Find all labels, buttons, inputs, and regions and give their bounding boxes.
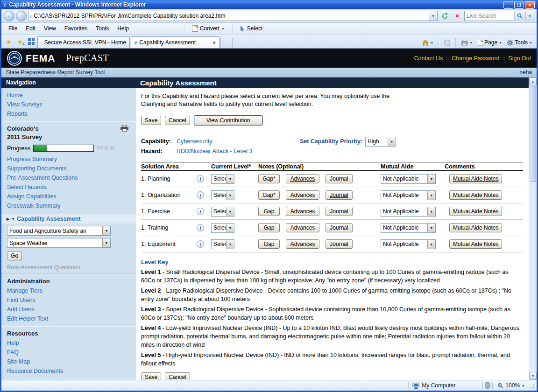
advances-button[interactable]: Advances bbox=[286, 223, 319, 232]
sidebar-item-reports[interactable]: Reports bbox=[7, 109, 130, 119]
priority-select[interactable]: High ▼ bbox=[365, 137, 396, 147]
mutual-aide-select[interactable]: Not Applicable▼ bbox=[381, 223, 436, 233]
mutual-aide-notes-button[interactable]: Mutual Aide Notes bbox=[449, 239, 502, 249]
sidebar-item-help[interactable]: Help bbox=[7, 338, 130, 348]
tab-capability-assessment[interactable]: e Capability Assessment × bbox=[131, 36, 219, 48]
feeds-button[interactable] bbox=[442, 38, 453, 47]
print-button[interactable]: ▼ bbox=[459, 38, 475, 47]
home-button[interactable]: ▼ bbox=[420, 38, 436, 47]
sidebar-item-supporting-documents[interactable]: Supporting Documents bbox=[7, 164, 130, 173]
new-tab-stub[interactable] bbox=[220, 38, 233, 48]
journal-button[interactable]: Journal bbox=[326, 190, 353, 200]
advances-button[interactable]: Advances bbox=[286, 190, 319, 200]
minimize-button[interactable]: _ bbox=[503, 1, 513, 9]
mutual-aide-select[interactable]: Not Applicable▼ bbox=[381, 239, 436, 249]
journal-button[interactable]: Journal bbox=[326, 174, 353, 183]
sidebar-item-add-users[interactable]: Add Users bbox=[7, 305, 130, 314]
hazard-value-link[interactable]: RDD/Nuclear Attack - Level 3 bbox=[177, 147, 253, 156]
menu-favorites[interactable]: Favorites bbox=[60, 24, 92, 33]
printer-icon[interactable] bbox=[120, 125, 128, 132]
address-field[interactable]: e ▼ bbox=[28, 11, 438, 21]
resize-grip[interactable] bbox=[529, 382, 535, 389]
contact-us-link[interactable]: Contact Us bbox=[414, 55, 443, 62]
search-input[interactable] bbox=[465, 13, 514, 19]
tools-button[interactable]: Tools ▼ bbox=[505, 38, 535, 47]
refresh-icon[interactable] bbox=[439, 11, 450, 21]
gap-button[interactable]: Gap bbox=[258, 207, 280, 216]
zoom-control[interactable]: 100% ▼ bbox=[495, 382, 528, 389]
forward-button[interactable]: → bbox=[16, 11, 27, 21]
gap-button[interactable]: Gap* bbox=[258, 190, 280, 200]
gap-button[interactable]: Gap bbox=[258, 239, 280, 249]
cancel-button[interactable]: Cancel bbox=[165, 116, 190, 125]
change-password-link[interactable]: Change Password bbox=[452, 55, 499, 62]
journal-button[interactable]: Journal bbox=[326, 223, 353, 232]
back-button[interactable]: ← bbox=[4, 11, 14, 21]
gap-button[interactable]: Gap* bbox=[258, 174, 280, 183]
save-button-bottom[interactable]: Save bbox=[141, 372, 161, 380]
search-dropdown-icon[interactable]: ▼ bbox=[525, 11, 534, 21]
capability-select-2[interactable]: Space Weather ▼ bbox=[7, 238, 111, 248]
menu-view[interactable]: View bbox=[40, 24, 60, 33]
advances-button[interactable]: Advances bbox=[286, 207, 319, 216]
favorites-star-icon[interactable]: ★ bbox=[3, 36, 14, 47]
capability-value-link[interactable]: Cybersecurity bbox=[177, 137, 212, 146]
search-icon[interactable] bbox=[514, 11, 525, 21]
info-icon[interactable]: i bbox=[197, 175, 204, 182]
gap-button[interactable]: Gap bbox=[258, 223, 280, 232]
mutual-aide-notes-button[interactable]: Mutual Aide Notes bbox=[449, 174, 502, 183]
sidebar-item-edit-helper-text[interactable]: Edit Helper Text bbox=[7, 314, 130, 323]
sidebar-item-capability-assessment[interactable]: ▶ ▼ Capability Assessment bbox=[1, 214, 136, 224]
cancel-button-bottom[interactable]: Cancel bbox=[165, 372, 190, 380]
mutual-aide-select[interactable]: Not Applicable▼ bbox=[381, 190, 436, 200]
quick-tabs-icon[interactable] bbox=[26, 36, 37, 47]
current-level-select[interactable]: Select▼ bbox=[211, 207, 234, 217]
mutual-aide-select[interactable]: Not Applicable▼ bbox=[381, 207, 436, 217]
menu-help[interactable]: Help bbox=[113, 24, 133, 33]
save-button[interactable]: Save bbox=[141, 116, 161, 125]
scrollbar-thumb[interactable] bbox=[530, 86, 536, 182]
sidebar-item-site-map[interactable]: Site Map bbox=[7, 357, 130, 366]
info-icon[interactable]: i bbox=[197, 191, 204, 199]
advances-button[interactable]: Advances bbox=[286, 174, 319, 183]
mutual-aide-notes-button[interactable]: Mutual Aide Notes bbox=[449, 223, 502, 232]
current-level-select[interactable]: Select▼ bbox=[211, 190, 234, 200]
close-button[interactable]: × bbox=[525, 1, 535, 9]
mutual-aide-notes-button[interactable]: Mutual Aide Notes bbox=[449, 207, 502, 216]
sidebar-item-crosswalk-summary[interactable]: Crosswalk Summary bbox=[7, 201, 130, 210]
capability-select-1[interactable]: Food and Agriculture Safety an ▼ bbox=[7, 226, 111, 236]
info-icon[interactable]: i bbox=[197, 224, 204, 231]
sidebar-item-home[interactable]: Home bbox=[7, 91, 130, 100]
sign-out-link[interactable]: Sign Out bbox=[508, 55, 531, 62]
address-input[interactable] bbox=[32, 13, 429, 19]
info-icon[interactable]: i bbox=[197, 240, 204, 248]
sidebar-item-resource-documents[interactable]: Resource Documents bbox=[7, 366, 130, 376]
advances-button[interactable]: Advances bbox=[286, 239, 319, 249]
menu-file[interactable]: File bbox=[4, 24, 21, 33]
convert-button[interactable]: Convert ▼ bbox=[189, 24, 228, 33]
sidebar-item-faq[interactable]: FAQ bbox=[7, 348, 130, 357]
mutual-aide-select[interactable]: Not Applicable▼ bbox=[381, 174, 436, 184]
tab-close-icon[interactable]: × bbox=[213, 40, 216, 45]
tab-vpn-home[interactable]: Secure Access SSL VPN - Home bbox=[37, 36, 130, 48]
sidebar-item-find-users[interactable]: Find Users bbox=[7, 295, 130, 305]
current-level-select[interactable]: Select▼ bbox=[211, 239, 234, 249]
address-history-dropdown-icon[interactable]: ▼ bbox=[429, 11, 437, 21]
menu-edit[interactable]: Edit bbox=[21, 24, 40, 33]
journal-button[interactable]: Journal bbox=[326, 239, 353, 249]
scroll-down-icon[interactable]: ▼ bbox=[529, 372, 537, 380]
add-favorite-icon[interactable]: ★+ bbox=[14, 36, 26, 47]
current-level-select[interactable]: Select▼ bbox=[211, 174, 234, 184]
mutual-aide-notes-button[interactable]: Mutual Aide Notes bbox=[449, 190, 502, 200]
page-button[interactable]: Page ▼ bbox=[475, 38, 504, 47]
stop-icon[interactable]: × bbox=[452, 11, 463, 21]
sidebar-item-view-surveys[interactable]: View Surveys bbox=[7, 100, 130, 109]
sidebar-item-pre-assessment-questions[interactable]: Pre-Assessment Questions bbox=[7, 173, 130, 182]
menu-tools[interactable]: Tools bbox=[92, 24, 113, 33]
info-icon[interactable]: i bbox=[197, 208, 204, 215]
view-contribution-button[interactable]: View Contribution bbox=[194, 115, 263, 126]
sidebar-item-assign-capabilities[interactable]: Assign Capabilities bbox=[7, 192, 130, 201]
sidebar-item-manage-tiers[interactable]: Manage Tiers bbox=[7, 286, 130, 295]
sidebar-item-progress-summary[interactable]: Progress Summary bbox=[7, 154, 130, 164]
scrollbar-track[interactable] bbox=[529, 182, 537, 372]
